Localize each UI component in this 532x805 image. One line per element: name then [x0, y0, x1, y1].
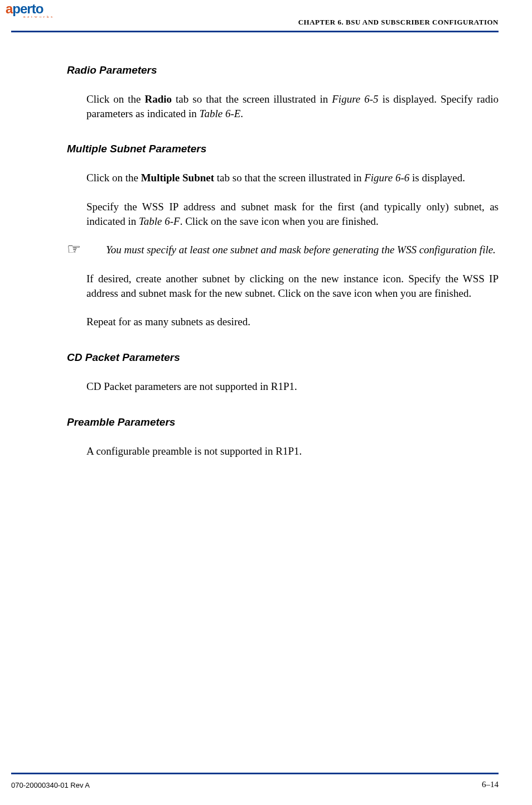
- section-radio: Radio Parameters Click on the Radio tab …: [67, 64, 499, 120]
- page-header: aperto n e t w o r k s CHAPTER 6. BSU AN…: [0, 0, 532, 33]
- heading-preamble: Preamble Parameters: [67, 416, 499, 428]
- cd-para-1: CD Packet parameters are not supported i…: [86, 379, 499, 394]
- header-divider: [11, 31, 499, 32]
- multi-para-4: Repeat for as many subnets as desired.: [86, 315, 499, 329]
- multi-para-1: Click on the Multiple Subnet tab so that…: [86, 171, 499, 185]
- section-cd-packet: CD Packet Parameters CD Packet parameter…: [67, 351, 499, 394]
- logo-main: perto: [12, 1, 43, 16]
- page-content: Radio Parameters Click on the Radio tab …: [67, 33, 499, 480]
- chapter-title: CHAPTER 6. BSU AND SUBSCRIBER CONFIGURAT…: [298, 18, 499, 27]
- footer-page-number: 6–14: [482, 780, 499, 789]
- section-preamble: Preamble Parameters A configurable pream…: [67, 416, 499, 459]
- pointing-hand-icon: ☞: [67, 242, 86, 257]
- heading-cd-packet: CD Packet Parameters: [67, 351, 499, 364]
- heading-multi-subnet: Multiple Subnet Parameters: [67, 143, 499, 155]
- radio-para-1: Click on the Radio tab so that the scree…: [86, 92, 499, 120]
- logo-accent: a: [6, 1, 12, 16]
- footer-divider: [11, 773, 499, 774]
- heading-radio: Radio Parameters: [67, 64, 499, 76]
- logo: aperto n e t w o r k s: [6, 1, 53, 19]
- note-block: ☞ You must specify at least one subnet a…: [67, 243, 499, 257]
- note-text: You must specify at least one subnet and…: [106, 243, 496, 257]
- preamble-para-1: A configurable preamble is not supported…: [86, 444, 499, 459]
- multi-para-2: Specify the WSS IP address and subnet ma…: [86, 200, 499, 228]
- section-multi-subnet: Multiple Subnet Parameters Click on the …: [67, 143, 499, 329]
- footer-doc-id: 070-20000340-01 Rev A: [11, 781, 90, 789]
- logo-subtitle: n e t w o r k s: [23, 15, 53, 19]
- multi-para-3: If desired, create another subnet by cli…: [86, 272, 499, 300]
